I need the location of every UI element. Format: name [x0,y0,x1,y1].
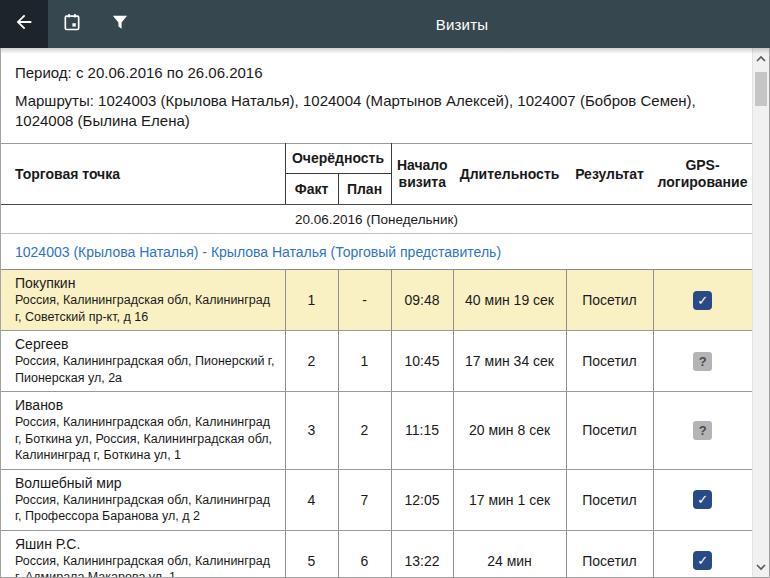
scroll-down-arrow-icon[interactable] [753,558,769,575]
period-text: Период: с 20.06.2016 по 26.06.2016 [15,63,736,83]
scroll-viewport: Период: с 20.06.2016 по 26.06.2016 Маршр… [1,48,752,577]
result-cell: Посетил [566,331,653,392]
table-header: Торговая точка Очерёдность Начало визита… [1,144,752,205]
route-link[interactable]: 1024003 (Крылова Наталья) - Крылова Ната… [1,234,752,270]
table-row[interactable]: Яшин Р.С. Россия, Калининградская обл, К… [1,530,752,577]
filter-button[interactable] [96,0,144,48]
col-header-fact: Факт [285,174,338,205]
col-header-result: Результат [566,144,653,205]
duration-cell: 17 мин 34 сек [453,331,566,392]
fact-cell: 4 [285,469,338,530]
col-header-start: Начало визита [391,144,453,205]
plan-cell: 7 [338,469,391,530]
table-row[interactable]: Волшебный мир Россия, Калининградская об… [1,469,752,530]
fact-cell: 1 [285,270,338,331]
vertical-scrollbar[interactable] [752,48,769,577]
outlet-name: Иванов [15,396,275,414]
result-cell: Посетил [566,392,653,470]
scrollbar-thumb[interactable] [755,72,767,106]
plan-cell: - [338,270,391,331]
visits-tbody: Покупкин Россия, Калининградская обл, Ка… [1,270,752,578]
calendar-button[interactable] [48,0,96,48]
visit-start-cell: 13:22 [391,530,453,577]
duration-cell: 24 мин [453,530,566,577]
fact-cell: 3 [285,392,338,470]
page-title: Визиты [436,16,489,33]
visits-screen: Визиты Период: с 20.06.2016 по 26.06.201… [0,0,770,578]
visit-start-cell: 10:45 [391,331,453,392]
result-cell: Посетил [566,469,653,530]
outlet-name: Яшин Р.С. [15,535,275,553]
plan-cell: 6 [338,530,391,577]
content-frame: Период: с 20.06.2016 по 26.06.2016 Маршр… [0,48,770,578]
col-header-gps: GPS-логирование [653,144,752,205]
visits-table: Торговая точка Очерёдность Начало визита… [1,143,752,577]
result-cell: Посетил [566,530,653,577]
col-header-outlet: Торговая точка [1,144,285,205]
outlet-name: Волшебный мир [15,474,275,492]
scroll-up-arrow-icon[interactable] [753,50,769,67]
visit-start-cell: 11:15 [391,392,453,470]
duration-cell: 40 мин 19 сек [453,270,566,331]
visit-start-cell: 09:48 [391,270,453,331]
outlet-address: Россия, Калининградская обл, Калининград… [15,292,275,325]
outlet-name: Сергеев [15,335,275,353]
outlet-name: Покупкин [15,274,275,292]
fact-cell: 2 [285,331,338,392]
visit-start-cell: 12:05 [391,469,453,530]
routes-text: Маршруты: 1024003 (Крылова Наталья), 102… [15,91,736,131]
back-button[interactable] [0,0,48,48]
table-row[interactable]: Сергеев Россия, Калининградская обл, Пио… [1,331,752,392]
duration-cell: 17 мин 1 сек [453,469,566,530]
col-header-plan: План [338,174,391,205]
arrow-left-icon [13,11,35,37]
outlet-address: Россия, Калининградская обл, Пионерский … [15,353,275,386]
gps-status-icon[interactable]: ? [693,421,712,440]
gps-status-icon[interactable]: ✓ [693,291,712,310]
table-row[interactable]: Покупкин Россия, Калининградская обл, Ка… [1,270,752,331]
filter-summary: Период: с 20.06.2016 по 26.06.2016 Маршр… [1,48,752,143]
col-header-order: Очерёдность [285,144,391,174]
table-row[interactable]: Иванов Россия, Калининградская обл, Кали… [1,392,752,470]
outlet-address: Россия, Калининградская обл, Калининград… [15,553,275,578]
gps-status-icon[interactable]: ? [693,352,712,371]
duration-cell: 20 мин 8 сек [453,392,566,470]
fact-cell: 5 [285,530,338,577]
plan-cell: 1 [338,331,391,392]
date-group-row: 20.06.2016 (Понедельник) [1,205,752,234]
col-header-duration: Длительность [453,144,566,205]
gps-status-icon[interactable]: ✓ [693,551,712,570]
filter-funnel-icon [110,12,130,36]
app-bar: Визиты [0,0,770,48]
outlet-address: Россия, Калининградская обл, Калининград… [15,414,275,464]
outlet-address: Россия, Калининградская обл, Калининград… [15,492,275,525]
result-cell: Посетил [566,270,653,331]
plan-cell: 2 [338,392,391,470]
gps-status-icon[interactable]: ✓ [693,490,712,509]
calendar-icon [62,12,82,36]
